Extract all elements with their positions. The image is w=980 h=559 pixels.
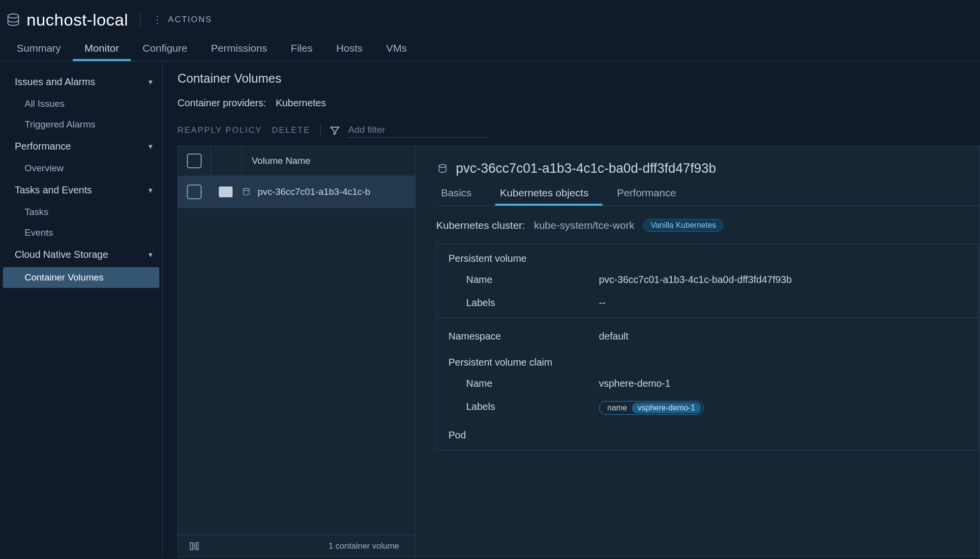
tab-monitor[interactable]: Monitor [73,37,131,61]
separator [320,124,321,137]
sidebar-item-events[interactable]: Events [0,222,162,243]
reapply-policy-button[interactable]: REAPPLY POLICY [178,125,262,135]
col-volume-name[interactable]: Volume Name [242,155,415,166]
separator [437,317,978,318]
actions-menu[interactable]: ⋮ ACTIONS [152,15,212,25]
chevron-down-icon: ▾ [148,142,152,151]
detail-header: pvc-36cc7c01-a1b3-4c1c-ba0d-dff3fd47f93b [436,161,980,176]
checkbox-icon [187,185,202,199]
side-group-performance[interactable]: Performance ▾ [0,135,162,158]
cluster-value: kube-system/tce-work [534,219,634,231]
namespace-value: default [599,331,628,342]
main-tabs: Summary Monitor Configure Permissions Fi… [0,37,980,62]
side-group-cloud-native-storage[interactable]: Cloud Native Storage ▾ [0,243,162,266]
side-group-label: Performance [15,141,71,152]
actions-label: ACTIONS [168,15,212,25]
detail-subtabs: Basics Kubernetes objects Performance [436,182,980,206]
row-checkbox[interactable] [178,185,210,199]
label-key: name [607,404,627,412]
select-all-checkbox[interactable] [178,146,211,176]
info-box: Persistent volume Name pvc-36cc7c01-a1b3… [436,244,979,450]
side-group-label: Issues and Alarms [15,76,95,88]
delete-button[interactable]: DELETE [272,125,310,135]
chevron-down-icon: ▾ [148,250,152,259]
row-name-cell: pvc-36cc7c01-a1b3-4c1c-b [241,186,415,197]
sidebar-item-tasks[interactable]: Tasks [0,202,162,222]
body: Issues and Alarms ▾ All Issues Triggered… [0,62,980,558]
pvc-name-row: Name vsphere-demo-1 [437,372,978,395]
row-details-toggle[interactable] [210,186,241,197]
table-header: Volume Name [178,146,415,176]
pv-name-row: Name pvc-36cc7c01-a1b3-4c1c-ba0d-dff3fd4… [437,268,978,291]
detail-icon [219,186,233,197]
column-picker-icon[interactable] [189,541,200,552]
detail-panel: pvc-36cc7c01-a1b3-4c1c-ba0d-dff3fd47f93b… [416,146,980,557]
table-row[interactable]: pvc-36cc7c01-a1b3-4c1c-b [178,176,415,208]
subtab-kubernetes-objects[interactable]: Kubernetes objects [495,182,602,206]
provider-value: Kubernetes [276,97,326,108]
detail-title: pvc-36cc7c01-a1b3-4c1c-ba0d-dff3fd47f93b [456,161,716,176]
sidebar-item-overview[interactable]: Overview [0,158,162,179]
sidebar-item-all-issues[interactable]: All Issues [0,93,162,114]
subtab-performance[interactable]: Performance [612,182,690,206]
pvc-section: Persistent volume claim [437,348,978,372]
tab-vms[interactable]: VMs [374,37,418,61]
table-empty-area [178,208,415,535]
label-value: vsphere-demo-1 [632,403,701,413]
row-count: 1 container volume [328,541,399,551]
tab-summary[interactable]: Summary [5,37,73,61]
row-name: pvc-36cc7c01-a1b3-4c1c-b [258,186,370,197]
actions-dots-icon: ⋮ [152,17,163,22]
page-title: nuchost-local [27,10,128,30]
tab-permissions[interactable]: Permissions [199,37,279,61]
tab-hosts[interactable]: Hosts [325,37,375,61]
side-group-label: Cloud Native Storage [15,249,108,260]
volume-icon [241,186,252,197]
pvc-labels: name vsphere-demo-1 [599,401,704,415]
datastore-icon [6,12,21,27]
sidebar: Issues and Alarms ▾ All Issues Triggered… [0,62,163,558]
cluster-label: Kubernetes cluster: [436,219,525,231]
filter-icon[interactable] [329,125,340,136]
chevron-down-icon: ▾ [148,186,152,195]
svg-point-5 [439,164,446,167]
expand-col [211,146,242,176]
side-group-issues[interactable]: Issues and Alarms ▾ [0,70,162,93]
svg-point-1 [243,188,249,191]
namespace-row: Namespace default [437,321,978,348]
pv-name: pvc-36cc7c01-a1b3-4c1c-ba0d-dff3fd47f93b [599,274,792,285]
sidebar-item-triggered-alarms[interactable]: Triggered Alarms [0,114,162,135]
pv-section: Persistent volume [437,244,978,268]
name-label: Name [466,274,599,285]
sidebar-item-container-volumes[interactable]: Container Volumes [3,267,159,288]
svg-rect-3 [193,543,196,550]
tab-configure[interactable]: Configure [131,37,199,61]
tab-files[interactable]: Files [279,37,324,61]
namespace-label: Namespace [448,331,599,342]
side-group-label: Tasks and Events [15,185,92,196]
table-panel: Volume Name pvc-36cc7c01-a1b3-4c1c-b [178,146,416,557]
side-group-tasks-events[interactable]: Tasks and Events ▾ [0,179,162,202]
labels-label: Labels [466,297,599,309]
checkbox-icon [187,154,202,168]
pv-labels: -- [599,297,605,309]
main-heading: Container Volumes [178,71,980,86]
volume-icon [436,162,449,175]
provider-row: Container providers: Kubernetes [178,97,980,109]
svg-point-0 [8,14,19,18]
labels-label: Labels [466,401,599,415]
label-chip: name vsphere-demo-1 [599,401,704,415]
split: Volume Name pvc-36cc7c01-a1b3-4c1c-b [178,146,980,558]
svg-rect-2 [190,543,193,550]
main: Container Volumes Container providers: K… [163,62,980,558]
header: nuchost-local ⋮ ACTIONS [0,0,980,37]
kubernetes-cluster-row: Kubernetes cluster: kube-system/tce-work… [436,219,980,232]
svg-rect-4 [197,543,199,550]
name-label: Name [466,378,599,389]
cluster-badge: Vanilla Kubernetes [643,219,723,232]
pv-labels-row: Labels -- [437,291,978,314]
filter-input[interactable] [347,123,487,138]
provider-label: Container providers: [178,97,266,108]
pod-section: Pod [437,421,978,450]
subtab-basics[interactable]: Basics [436,182,485,206]
